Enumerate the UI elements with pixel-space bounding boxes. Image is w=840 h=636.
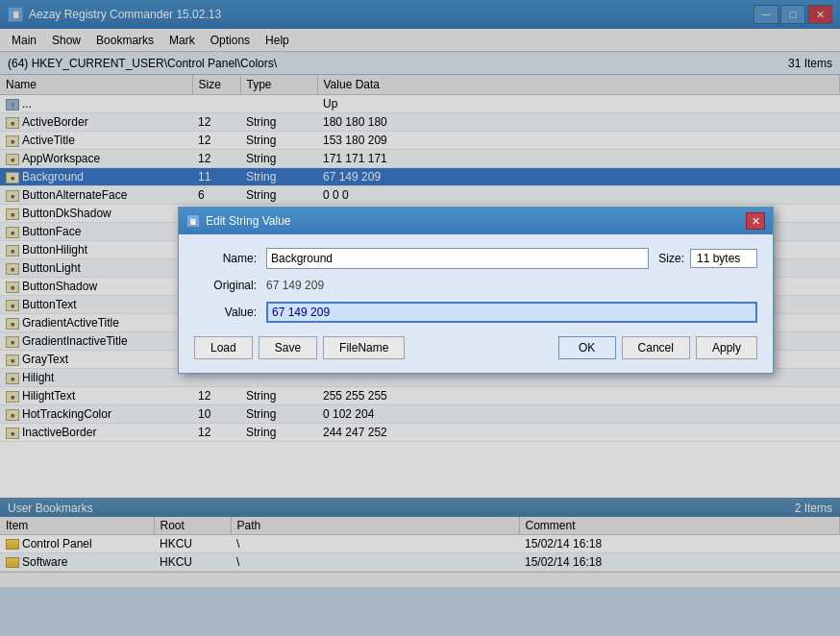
ok-button[interactable]: OK: [558, 336, 616, 359]
apply-button[interactable]: Apply: [696, 336, 757, 359]
size-label: Size:: [658, 252, 684, 265]
dialog-close-button[interactable]: ✕: [746, 212, 765, 230]
name-input[interactable]: [266, 248, 649, 269]
original-value: 67 149 209: [266, 279, 324, 292]
size-value: 11 bytes: [690, 249, 757, 268]
dialog-buttons: Load Save FileName OK Cancel Apply: [194, 336, 757, 359]
dialog-icon: 📋: [186, 214, 200, 228]
dialog-title: Edit String Value: [206, 214, 291, 228]
load-button[interactable]: Load: [194, 336, 253, 359]
value-input[interactable]: [266, 302, 757, 323]
edit-dialog: 📋 Edit String Value ✕ Name: Size: 11 byt…: [178, 207, 774, 374]
modal-overlay: 📋 Edit String Value ✕ Name: Size: 11 byt…: [0, 0, 840, 636]
value-row: Value:: [194, 302, 757, 323]
dialog-title-bar: 📋 Edit String Value ✕: [179, 208, 773, 234]
filename-button[interactable]: FileName: [323, 336, 405, 359]
value-label: Value:: [194, 306, 257, 319]
cancel-button[interactable]: Cancel: [622, 336, 690, 359]
original-label: Original:: [194, 279, 257, 292]
name-label: Name:: [194, 252, 257, 265]
original-row: Original: 67 149 209: [194, 279, 757, 292]
save-button[interactable]: Save: [259, 336, 317, 359]
name-row: Name: Size: 11 bytes: [194, 248, 757, 269]
dialog-body: Name: Size: 11 bytes Original: 67 149 20…: [179, 234, 773, 373]
